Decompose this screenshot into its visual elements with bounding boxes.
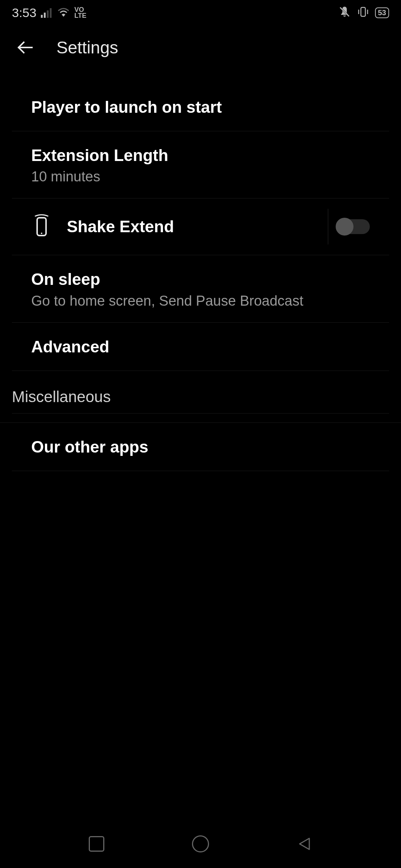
back-button[interactable] (15, 37, 36, 58)
setting-extension-length[interactable]: Extension Length 10 minutes (12, 131, 389, 198)
nav-home-button[interactable] (190, 834, 211, 854)
svg-rect-3 (50, 8, 52, 18)
battery-icon: 53 (375, 7, 389, 18)
square-icon (89, 836, 104, 852)
section-header-misc: Miscellaneous (0, 371, 401, 423)
mute-icon (338, 5, 351, 20)
svg-rect-0 (41, 15, 43, 18)
nav-recent-button[interactable] (86, 834, 107, 854)
setting-title: On sleep (31, 269, 370, 290)
nav-back-button[interactable] (294, 834, 315, 854)
navigation-bar (0, 820, 401, 868)
status-bar: 3:53 VO LTE (0, 0, 401, 25)
status-right: 53 (338, 5, 389, 20)
setting-value: Go to home screen, Send Pause Broadcast (31, 293, 370, 309)
divider (328, 209, 328, 244)
setting-advanced[interactable]: Advanced (12, 323, 389, 371)
settings-list: Player to launch on start Extension Leng… (0, 70, 401, 471)
svg-rect-1 (44, 13, 46, 18)
setting-value: 10 minutes (31, 169, 370, 185)
signal-icon (41, 7, 53, 18)
toggle-thumb (336, 218, 353, 236)
setting-other-apps[interactable]: Our other apps (12, 423, 389, 471)
phone-shake-icon (31, 213, 52, 240)
svg-rect-6 (361, 7, 365, 16)
setting-title: Extension Length (31, 145, 370, 166)
triangle-left-icon (296, 835, 313, 852)
shake-extend-toggle[interactable] (337, 219, 370, 234)
app-bar: Settings (0, 25, 401, 70)
volte-icon: VO LTE (74, 7, 87, 19)
status-time: 3:53 (12, 6, 36, 20)
status-left: 3:53 VO LTE (12, 6, 87, 20)
page-title: Settings (56, 37, 118, 57)
vibrate-icon (356, 6, 370, 19)
setting-title: Our other apps (31, 436, 370, 457)
wifi-icon (57, 8, 70, 17)
setting-shake-extend[interactable]: Shake Extend (12, 198, 389, 255)
arrow-left-icon (16, 38, 35, 57)
svg-rect-2 (47, 10, 49, 18)
circle-icon (192, 835, 209, 852)
setting-title: Advanced (31, 336, 370, 357)
setting-on-sleep[interactable]: On sleep Go to home screen, Send Pause B… (12, 255, 389, 322)
setting-title: Shake Extend (67, 217, 174, 236)
setting-player-launch[interactable]: Player to launch on start (12, 83, 389, 131)
setting-title: Player to launch on start (31, 96, 370, 118)
svg-point-10 (41, 233, 42, 234)
